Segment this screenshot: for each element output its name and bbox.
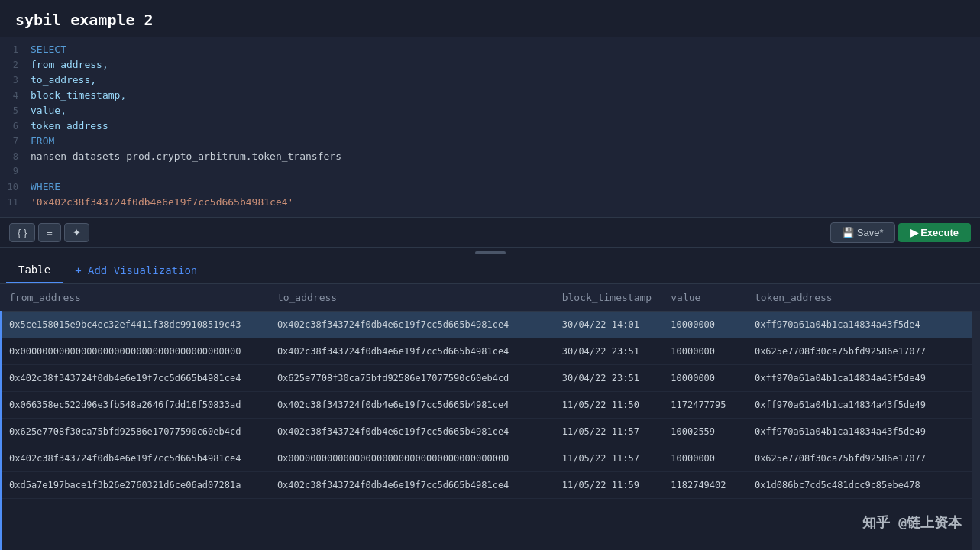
cell-row2-col2: 30/04/22 23:51 bbox=[553, 365, 662, 392]
cell-row6-col4: 0x1d086bc7cd5c481dcc9c85ebe478 bbox=[746, 472, 980, 499]
add-visualization-button[interactable]: + Add Visualization bbox=[66, 258, 206, 283]
table-row[interactable]: 0xd5a7e197bace1f3b26e2760321d6ce06ad0728… bbox=[0, 472, 980, 499]
page-title: sybil example 2 bbox=[0, 0, 980, 37]
cell-row1-col3: 10000000 bbox=[661, 338, 746, 365]
col-header-from: from_address bbox=[0, 284, 268, 312]
code-line-10: 10 WHERE bbox=[0, 180, 980, 196]
list-icon: ≡ bbox=[47, 227, 53, 238]
col-header-value: value bbox=[661, 284, 746, 312]
code-line-1: 1 SELECT bbox=[0, 43, 980, 58]
code-editor: 1 SELECT 2 from_address, 3 to_address, 4… bbox=[0, 37, 980, 217]
cell-row5-col1: 0x00000000000000000000000000000000000000… bbox=[268, 445, 553, 472]
code-line-5: 5 value, bbox=[0, 104, 980, 119]
cell-row4-col2: 11/05/22 11:57 bbox=[553, 419, 662, 445]
results-panel: Table + Add Visualization from_address t… bbox=[0, 257, 980, 550]
cell-row3-col1: 0x402c38f343724f0db4e6e19f7cc5d665b4981c… bbox=[268, 392, 553, 419]
cell-row5-col3: 10000000 bbox=[661, 445, 746, 472]
cell-row1-col1: 0x402c38f343724f0db4e6e19f7cc5d665b4981c… bbox=[268, 338, 553, 365]
table-container[interactable]: from_address to_address block_timestamp … bbox=[0, 284, 980, 550]
cell-row6-col2: 11/05/22 11:59 bbox=[553, 472, 662, 499]
cell-row4-col1: 0x402c38f343724f0db4e6e19f7cc5d665b4981c… bbox=[268, 419, 553, 445]
tab-bar: Table + Add Visualization bbox=[0, 257, 980, 284]
code-line-6: 6 token_address bbox=[0, 119, 980, 134]
code-line-7: 7 FROM bbox=[0, 134, 980, 150]
cell-row3-col4: 0xff970a61a04b1ca14834a43f5de49 bbox=[746, 392, 980, 419]
table-row[interactable]: 0x00000000000000000000000000000000000000… bbox=[0, 338, 980, 365]
table-row[interactable]: 0x402c38f343724f0db4e6e19f7cc5d665b4981c… bbox=[0, 445, 980, 472]
json-icon: { } bbox=[18, 227, 27, 238]
cell-row3-col3: 1172477795 bbox=[661, 392, 746, 419]
table-row[interactable]: 0x066358ec522d96e3fb548a2646f7dd16f50833… bbox=[0, 392, 980, 419]
cell-row0-col3: 10000000 bbox=[661, 312, 746, 338]
cell-row3-col0: 0x066358ec522d96e3fb548a2646f7dd16f50833… bbox=[0, 392, 268, 419]
cell-row0-col0: 0x5ce158015e9bc4ec32ef4411f38dc99108519c… bbox=[0, 312, 268, 338]
star-icon: ✦ bbox=[73, 227, 81, 238]
cell-row4-col4: 0xff970a61a04b1ca14834a43f5de49 bbox=[746, 419, 980, 445]
cell-row4-col3: 10002559 bbox=[661, 419, 746, 445]
code-line-9: 9 bbox=[0, 165, 980, 180]
scrollbar-right[interactable] bbox=[972, 284, 980, 550]
star-btn[interactable]: ✦ bbox=[64, 223, 89, 242]
cell-row2-col4: 0xff970a61a04b1ca14834a43f5de49 bbox=[746, 365, 980, 392]
cell-row0-col4: 0xff970a61a04b1ca14834a43f5de4 bbox=[746, 312, 980, 338]
results-table: from_address to_address block_timestamp … bbox=[0, 284, 980, 499]
cell-row5-col4: 0x625e7708f30ca75bfd92586e17077 bbox=[746, 445, 980, 472]
code-line-2: 2 from_address, bbox=[0, 58, 980, 73]
code-line-3: 3 to_address, bbox=[0, 73, 980, 89]
cell-row2-col1: 0x625e7708f30ca75bfd92586e17077590c60eb4… bbox=[268, 365, 553, 392]
table-row[interactable]: 0x5ce158015e9bc4ec32ef4411f38dc99108519c… bbox=[0, 312, 980, 338]
cell-row5-col2: 11/05/22 11:57 bbox=[553, 445, 662, 472]
json-btn[interactable]: { } bbox=[9, 223, 35, 242]
table-row[interactable]: 0x402c38f343724f0db4e6e19f7cc5d665b4981c… bbox=[0, 365, 980, 392]
table-row[interactable]: 0x625e7708f30ca75bfd92586e17077590c60eb4… bbox=[0, 419, 980, 445]
list-btn[interactable]: ≡ bbox=[38, 223, 61, 242]
col-header-to: to_address bbox=[268, 284, 553, 312]
cell-row2-col0: 0x402c38f343724f0db4e6e19f7cc5d665b4981c… bbox=[0, 365, 268, 392]
cell-row6-col0: 0xd5a7e197bace1f3b26e2760321d6ce06ad0728… bbox=[0, 472, 268, 499]
toolbar: { } ≡ ✦ 💾 Save* ▶ Execute bbox=[0, 217, 980, 248]
execute-button[interactable]: ▶ Execute bbox=[898, 223, 971, 242]
cell-row1-col2: 30/04/22 23:51 bbox=[553, 338, 662, 365]
cell-row0-col2: 30/04/22 14:01 bbox=[553, 312, 662, 338]
drag-handle-bar bbox=[475, 251, 506, 254]
save-button[interactable]: 💾 Save* bbox=[830, 222, 894, 243]
cell-row2-col3: 10000000 bbox=[661, 365, 746, 392]
cell-row4-col0: 0x625e7708f30ca75bfd92586e17077590c60eb4… bbox=[0, 419, 268, 445]
tab-table[interactable]: Table bbox=[6, 257, 63, 283]
cell-row6-col1: 0x402c38f343724f0db4e6e19f7cc5d665b4981c… bbox=[268, 472, 553, 499]
col-header-token: token_address bbox=[746, 284, 980, 312]
code-line-11: 11 '0x402c38f343724f0db4e6e19f7cc5d665b4… bbox=[0, 196, 980, 211]
drag-handle[interactable] bbox=[0, 248, 980, 257]
col-header-ts: block_timestamp bbox=[553, 284, 662, 312]
save-icon: 💾 bbox=[842, 227, 857, 238]
cell-row1-col0: 0x00000000000000000000000000000000000000… bbox=[0, 338, 268, 365]
code-line-4: 4 block_timestamp, bbox=[0, 89, 980, 104]
code-line-8: 8 nansen-datasets-prod.crypto_arbitrum.t… bbox=[0, 150, 980, 165]
cell-row0-col1: 0x402c38f343724f0db4e6e19f7cc5d665b4981c… bbox=[268, 312, 553, 338]
cell-row6-col3: 1182749402 bbox=[661, 472, 746, 499]
left-accent bbox=[0, 284, 2, 550]
cell-row1-col4: 0x625e7708f30ca75bfd92586e17077 bbox=[746, 338, 980, 365]
cell-row5-col0: 0x402c38f343724f0db4e6e19f7cc5d665b4981c… bbox=[0, 445, 268, 472]
cell-row3-col2: 11/05/22 11:50 bbox=[553, 392, 662, 419]
